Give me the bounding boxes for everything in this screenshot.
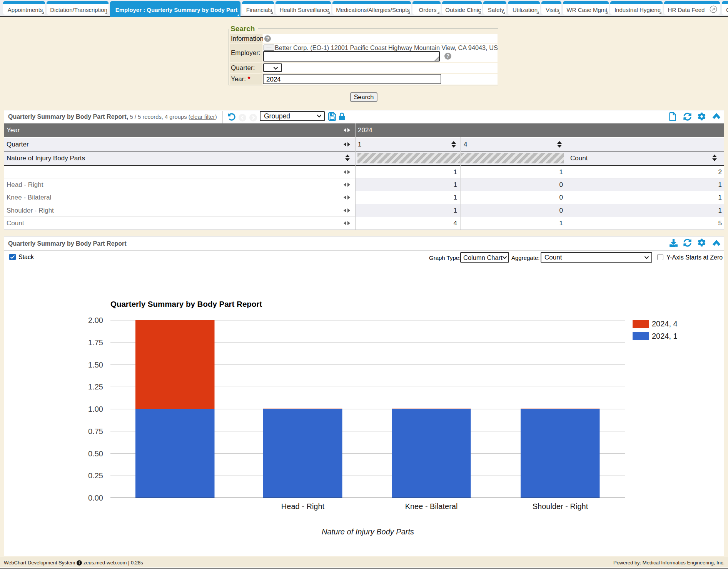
svg-text:2.00: 2.00	[88, 316, 103, 324]
svg-text:2024, 1: 2024, 1	[652, 332, 678, 340]
svg-text:1.50: 1.50	[88, 361, 103, 369]
svg-text:1.75: 1.75	[88, 338, 103, 347]
svg-text:Head - Right: Head - Right	[281, 502, 325, 511]
svg-text:Knee - Bilateral: Knee - Bilateral	[405, 502, 458, 511]
svg-text:0.25: 0.25	[88, 471, 103, 480]
svg-text:0.50: 0.50	[88, 449, 103, 458]
svg-text:Nature of Injury Body Parts: Nature of Injury Body Parts	[322, 527, 414, 536]
svg-text:2024, 4: 2024, 4	[652, 319, 678, 328]
svg-text:0.00: 0.00	[88, 494, 103, 502]
svg-text:1.25: 1.25	[88, 383, 103, 391]
svg-text:Quarterly Summary by Body Part: Quarterly Summary by Body Part Report	[110, 299, 262, 308]
svg-text:0.75: 0.75	[88, 427, 103, 436]
svg-text:Shoulder - Right: Shoulder - Right	[533, 502, 588, 511]
svg-text:1.00: 1.00	[88, 405, 103, 413]
